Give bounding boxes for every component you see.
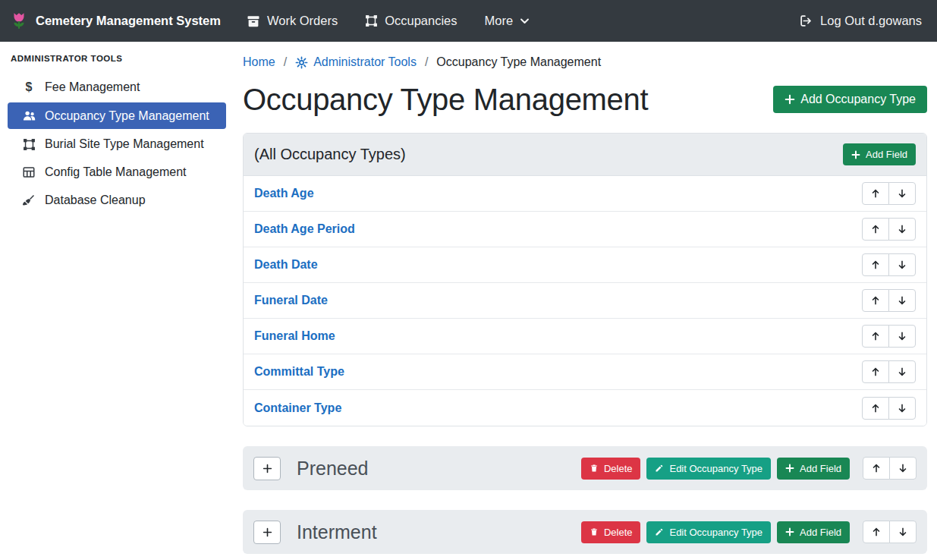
move-up-button[interactable] [862,325,889,348]
section-title: Interment [297,521,377,543]
navbar-links: Work Orders Occupancies More [247,14,530,28]
reorder-buttons [863,521,917,543]
logout-icon [799,14,813,28]
move-up-button[interactable] [862,397,889,420]
arrow-up-icon [870,188,881,199]
nav-more[interactable]: More [485,14,530,28]
move-down-button[interactable] [888,289,916,312]
sidebar-item-database-cleanup[interactable]: Database Cleanup [8,187,226,213]
broom-icon [21,193,36,207]
move-down-button[interactable] [888,218,916,241]
frame-icon [21,138,36,151]
nav-occupancies[interactable]: Occupancies [365,14,457,28]
all-occupancy-types-card: (All Occupancy Types) Add Field Death Ag… [243,133,927,426]
field-link[interactable]: Death Age Period [254,222,355,236]
sidebar-item-config-table-management[interactable]: Config Table Management [8,159,226,185]
nav-occupancies-label: Occupancies [385,14,457,28]
users-icon [21,109,36,123]
field-row: Death Date [244,247,926,283]
card-header: (All Occupancy Types) Add Field [244,134,926,176]
move-down-button[interactable] [889,521,917,543]
reorder-buttons [862,325,916,348]
add-occupancy-type-label: Add Occupancy Type [800,93,916,106]
field-link[interactable]: Funeral Date [254,294,328,307]
move-up-button[interactable] [862,253,889,276]
arrow-down-icon [898,527,908,537]
move-down-button[interactable] [888,182,916,205]
move-down-button[interactable] [888,253,916,276]
logout-link[interactable]: Log Out d.gowans [799,14,922,28]
sidebar-item-occupancy-type-management[interactable]: Occupancy Type Management [8,102,226,129]
plus-icon [785,527,794,536]
pencil-icon [655,464,664,473]
move-up-button[interactable] [862,289,889,312]
breadcrumb-admin-tools-link[interactable]: Administrator Tools [313,55,417,69]
move-up-button[interactable] [862,218,889,241]
edit-occupancy-type-button[interactable]: Edit Occupancy Type [646,521,771,543]
arrow-down-icon [897,260,907,270]
plus-icon [851,150,860,159]
arrow-down-icon [897,188,907,199]
nav-work-orders[interactable]: Work Orders [247,14,338,28]
arrow-up-icon [870,331,881,341]
delete-label: Delete [604,527,633,538]
sidebar-item-fee-management[interactable]: $ Fee Management [8,74,226,100]
field-row: Container Type [244,390,926,426]
breadcrumb-home-link[interactable]: Home [243,55,275,69]
add-field-button[interactable]: Add Field [777,458,850,480]
edit-occupancy-type-label: Edit Occupancy Type [669,463,762,474]
add-occupancy-type-button[interactable]: Add Occupancy Type [773,86,927,113]
occupancy-type-section-preneed: Preneed Delete Edit Occupancy Type Add F… [243,446,927,490]
sidebar-item-burial-site-type-management[interactable]: Burial Site Type Management [8,131,226,157]
reorder-buttons [863,457,917,480]
trash-icon [590,464,599,473]
app-brand[interactable]: Cemetery Management System [9,11,221,31]
gear-icon [295,56,308,69]
move-up-button[interactable] [862,360,889,383]
move-up-button[interactable] [862,182,889,205]
arrow-down-icon [897,224,907,234]
expand-button[interactable] [253,521,281,544]
field-link[interactable]: Funeral Home [254,329,335,343]
move-up-button[interactable] [863,521,890,543]
delete-button[interactable]: Delete [581,521,641,543]
breadcrumb-current: Occupancy Type Management [436,55,601,69]
occupancy-type-section-interment: Interment Delete Edit Occupancy Type Add… [243,510,927,554]
add-field-button[interactable]: Add Field [777,521,850,543]
dollar-icon: $ [21,80,36,94]
move-down-button[interactable] [888,325,916,348]
table-icon [21,165,36,179]
delete-button[interactable]: Delete [581,458,641,480]
section-title: Preneed [297,458,369,480]
breadcrumb: Home / Administrator Tools / Occupancy T… [243,55,927,69]
page-title: Occupancy Type Management [243,80,648,119]
breadcrumb-separator: / [284,55,287,69]
add-field-label: Add Field [800,463,841,474]
reorder-buttons [862,360,916,383]
arrow-up-icon [871,463,882,473]
move-up-button[interactable] [863,457,890,480]
reorder-buttons [862,218,916,241]
field-link[interactable]: Committal Type [254,365,344,379]
field-row: Funeral Date [244,283,926,319]
top-navbar: Cemetery Management System Work Orders [0,0,937,42]
plus-icon [263,464,272,473]
move-down-button[interactable] [888,397,916,420]
field-link[interactable]: Container Type [254,401,341,415]
edit-occupancy-type-button[interactable]: Edit Occupancy Type [646,458,771,480]
move-down-button[interactable] [888,360,916,383]
trash-icon [590,527,599,536]
arrow-up-icon [870,224,881,234]
add-field-button[interactable]: Add Field [843,143,916,165]
field-link[interactable]: Death Date [254,258,318,272]
expand-button[interactable] [253,457,281,480]
move-down-button[interactable] [889,457,917,480]
field-row: Funeral Home [244,319,926,354]
add-field-label: Add Field [800,527,841,538]
sidebar-item-label: Config Table Management [45,165,187,179]
breadcrumb-separator: / [425,55,428,69]
field-link[interactable]: Death Age [254,187,314,200]
frame-icon [365,14,378,27]
arrow-up-icon [870,295,881,306]
arrow-down-icon [897,367,907,377]
